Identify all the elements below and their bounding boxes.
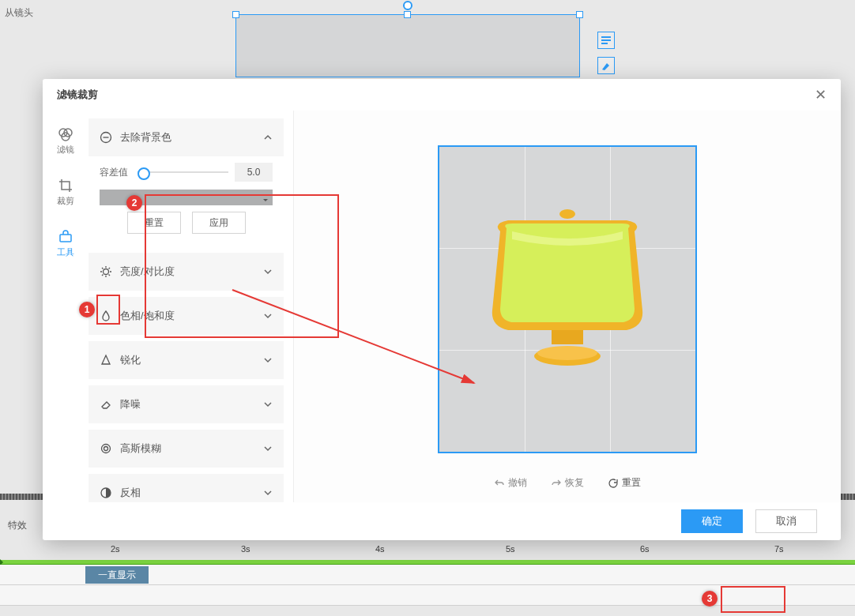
color-bar[interactable] bbox=[100, 190, 273, 205]
panel-gaussian-blur[interactable]: 高斯模糊 bbox=[89, 430, 284, 468]
undo-icon bbox=[494, 478, 505, 489]
preview-area: 撤销 恢复 重置 bbox=[294, 111, 841, 502]
svg-rect-1 bbox=[601, 39, 611, 41]
tolerance-slider[interactable] bbox=[137, 171, 228, 173]
cancel-button[interactable]: 取消 bbox=[755, 509, 817, 533]
redo-icon bbox=[551, 478, 562, 489]
panel-remove-bg-header[interactable]: 去除背景色 bbox=[89, 118, 284, 156]
monitor-illustration bbox=[476, 200, 658, 374]
preview-frame[interactable] bbox=[438, 145, 697, 453]
panel-denoise[interactable]: 降噪 bbox=[89, 385, 284, 423]
toolbox-icon bbox=[58, 229, 73, 245]
svg-rect-6 bbox=[60, 235, 71, 242]
panel-brightness-contrast[interactable]: 亮度/对比度 bbox=[89, 253, 284, 291]
dialog-title: 滤镜裁剪 bbox=[57, 88, 98, 102]
selected-object[interactable] bbox=[235, 14, 580, 77]
tolerance-input[interactable] bbox=[235, 163, 273, 182]
sidebar-tab-tools[interactable]: 工具 bbox=[57, 229, 74, 258]
filter-crop-dialog: 滤镜裁剪 ✕ 滤镜 裁剪 工具 去除背景色 bbox=[43, 79, 841, 540]
panel-hue-saturation[interactable]: 色相/饱和度 bbox=[89, 297, 284, 335]
chevron-down-icon bbox=[263, 355, 273, 365]
svg-line-17 bbox=[109, 268, 111, 269]
callout-2: 2 bbox=[126, 195, 142, 211]
minus-circle-icon bbox=[100, 131, 112, 144]
blur-icon bbox=[100, 442, 112, 455]
chevron-down-icon bbox=[263, 444, 273, 453]
tool-icon-2[interactable] bbox=[597, 57, 615, 74]
timeline-clip[interactable]: 一直显示 bbox=[85, 566, 149, 584]
svg-point-19 bbox=[104, 447, 108, 451]
sidebar-tab-crop[interactable]: 裁剪 bbox=[57, 178, 74, 207]
ok-button[interactable]: 确定 bbox=[681, 509, 743, 533]
bg-label: 从镜头 bbox=[5, 6, 33, 20]
svg-line-14 bbox=[102, 268, 104, 269]
svg-line-16 bbox=[102, 275, 104, 276]
chevron-up-icon bbox=[263, 133, 273, 142]
chevron-down-icon bbox=[263, 311, 273, 321]
redo-button[interactable]: 恢复 bbox=[551, 476, 584, 490]
tolerance-row: 容差值 bbox=[100, 163, 273, 182]
timeline-ruler[interactable]: 2s 3s 4s 5s 6s 7s bbox=[0, 544, 855, 560]
tools-panel: 去除背景色 容差值 重置 应用 bbox=[89, 111, 294, 502]
apply-button[interactable]: 应用 bbox=[192, 212, 246, 234]
tool-icon-1[interactable] bbox=[597, 32, 615, 49]
svg-point-21 bbox=[559, 209, 575, 219]
svg-point-18 bbox=[102, 445, 111, 453]
droplet-icon bbox=[100, 310, 112, 322]
panel-remove-bg: 去除背景色 容差值 重置 应用 bbox=[89, 118, 284, 246]
panel-sharpen[interactable]: 锐化 bbox=[89, 341, 284, 379]
chevron-down-icon bbox=[263, 267, 273, 276]
callout-1: 1 bbox=[79, 302, 95, 317]
invert-icon bbox=[100, 486, 112, 499]
preview-reset-button[interactable]: 重置 bbox=[608, 476, 641, 490]
svg-point-9 bbox=[104, 269, 109, 275]
brightness-icon bbox=[100, 265, 112, 278]
svg-line-15 bbox=[109, 275, 111, 276]
reset-button[interactable]: 重置 bbox=[127, 212, 181, 234]
timeline-effects-label: 特效 bbox=[8, 519, 27, 532]
svg-point-24 bbox=[537, 346, 597, 360]
reset-icon bbox=[608, 478, 619, 489]
undo-button[interactable]: 撤销 bbox=[494, 476, 527, 490]
callout-3: 3 bbox=[702, 591, 718, 607]
filter-icon bbox=[58, 126, 73, 142]
preview-actions: 撤销 恢复 重置 bbox=[318, 468, 817, 493]
close-icon[interactable]: ✕ bbox=[815, 86, 827, 103]
svg-rect-22 bbox=[552, 330, 583, 344]
panel-invert[interactable]: 反相 bbox=[89, 474, 284, 502]
crop-icon bbox=[58, 178, 73, 193]
svg-rect-0 bbox=[601, 36, 611, 38]
sidebar-tab-filter[interactable]: 滤镜 bbox=[57, 126, 74, 156]
sharpen-icon bbox=[100, 354, 112, 366]
svg-rect-2 bbox=[601, 43, 608, 44]
eraser-icon bbox=[100, 398, 112, 411]
chevron-down-icon bbox=[263, 400, 273, 409]
chevron-down-icon bbox=[263, 488, 273, 498]
